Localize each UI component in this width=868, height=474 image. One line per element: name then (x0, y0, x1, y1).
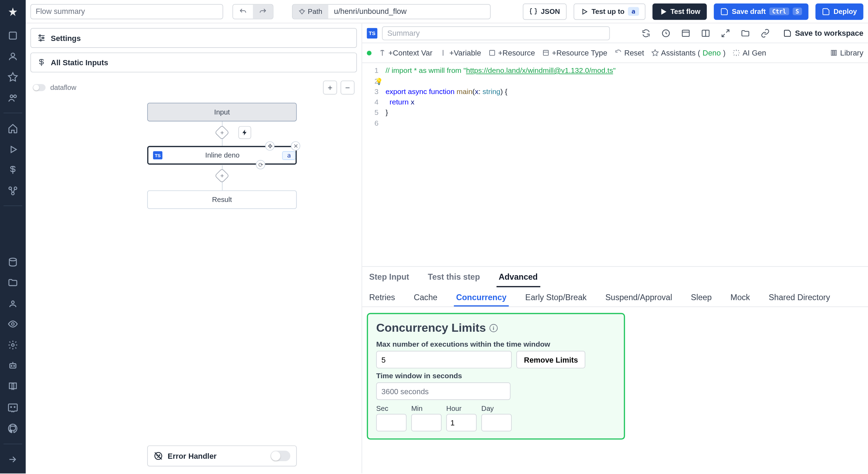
input-node[interactable]: Input (147, 103, 297, 121)
subtab-cache[interactable]: Cache (411, 289, 440, 306)
delete-step-button[interactable]: ✕ (291, 141, 300, 151)
sec-input[interactable] (376, 414, 406, 431)
all-static-inputs-card[interactable]: All Static Inputs (30, 52, 357, 72)
bot-icon[interactable] (3, 356, 22, 375)
play-icon[interactable] (3, 140, 22, 159)
variable-button[interactable]: +Variable (440, 49, 481, 57)
day-input[interactable] (481, 414, 511, 431)
subtab-shared-dir[interactable]: Shared Directory (766, 289, 832, 306)
cache-indicator-icon[interactable]: ⟳ (256, 160, 265, 169)
subtab-concurrency[interactable]: Concurrency (454, 289, 509, 306)
split-icon[interactable] (698, 26, 713, 40)
user-icon[interactable] (3, 47, 22, 66)
error-handler-toggle[interactable] (270, 451, 290, 461)
tab-step-input[interactable]: Step Input (367, 268, 412, 287)
svg-point-1 (11, 53, 15, 57)
max-exec-input[interactable] (376, 351, 511, 368)
call-icon[interactable] (718, 26, 733, 40)
flow-summary-input[interactable] (30, 4, 223, 19)
resource-button[interactable]: +Resource (488, 49, 535, 57)
max-exec-label: Max number of executions within the time… (376, 340, 616, 349)
svg-rect-26 (833, 50, 835, 56)
status-dot-icon (367, 51, 372, 55)
undo-button[interactable] (233, 5, 253, 18)
save-draft-button[interactable]: Save draftCtrlS (714, 3, 809, 19)
bolt-button[interactable] (238, 126, 251, 139)
path-chip[interactable]: Path u/henri/unbound_flow (292, 4, 491, 19)
dollar-icon[interactable] (3, 161, 22, 179)
move-handle-icon[interactable]: ✥ (265, 141, 275, 151)
ts-badge-icon: TS (153, 151, 162, 160)
path-label: Path (308, 7, 323, 16)
redo-button[interactable] (253, 5, 273, 18)
book-icon[interactable] (3, 377, 22, 396)
json-button[interactable]: JSON (523, 3, 567, 19)
context-var-button[interactable]: +Context Var (378, 49, 432, 57)
svg-point-2 (10, 95, 13, 98)
window-label: Time window in seconds (376, 372, 616, 380)
panel-icon[interactable] (678, 26, 693, 40)
zoom-in-button[interactable]: + (323, 81, 337, 94)
team-icon[interactable] (3, 294, 22, 313)
link-icon[interactable] (758, 26, 773, 40)
subtab-suspend[interactable]: Suspend/Approval (603, 289, 675, 306)
library-button[interactable]: Library (830, 49, 863, 57)
add-step-button-1[interactable]: + (215, 125, 229, 140)
hour-input[interactable] (446, 414, 476, 431)
assistants-button[interactable]: Assistants (Deno) (651, 49, 726, 57)
subtab-retries[interactable]: Retries (367, 289, 398, 306)
svg-point-8 (11, 301, 14, 304)
test-up-to-button[interactable]: Test up toa (574, 3, 645, 19)
svg-rect-27 (835, 50, 837, 56)
remove-limits-button[interactable]: Remove Limits (516, 351, 585, 368)
add-step-button-2[interactable]: + (215, 168, 229, 183)
svg-point-3 (14, 95, 17, 98)
flow-canvas-panel: Settings All Static Inputs dataflow + − … (26, 23, 362, 473)
settings-card[interactable]: Settings (30, 28, 357, 48)
resource-type-button[interactable]: +Resource Type (542, 49, 607, 57)
subtab-mock[interactable]: Mock (728, 289, 752, 306)
github-icon[interactable] (3, 419, 22, 438)
dataflow-toggle[interactable] (33, 84, 45, 91)
ai-gen-button[interactable]: AI Gen (733, 49, 766, 57)
svg-point-9 (11, 323, 14, 326)
code-content[interactable]: // import * as wmill from "https://deno.… (383, 63, 868, 266)
zoom-out-button[interactable]: − (341, 81, 354, 94)
subtab-sleep[interactable]: Sleep (688, 289, 714, 306)
dataflow-label: dataflow (50, 84, 76, 92)
tab-test-step[interactable]: Test this step (426, 268, 483, 287)
folder-icon-small[interactable] (738, 26, 753, 40)
save-to-workspace-button[interactable]: Save to workspace (783, 28, 863, 37)
step-tabs: Step Input Test this step Advanced (362, 266, 868, 287)
collapse-icon[interactable] (3, 450, 22, 469)
tab-advanced[interactable]: Advanced (496, 268, 540, 287)
topbar: Path u/henri/unbound_flow JSON Test up t… (26, 0, 868, 23)
subtab-early-stop[interactable]: Early Stop/Break (523, 289, 589, 306)
folder-icon[interactable] (3, 274, 22, 292)
database-icon[interactable] (3, 253, 22, 271)
code-editor[interactable]: 123456 // import * as wmill from "https:… (362, 63, 868, 266)
refresh-icon[interactable] (639, 26, 654, 40)
home-icon[interactable] (3, 119, 22, 138)
discord-icon[interactable] (3, 398, 22, 417)
step-summary-input[interactable] (382, 26, 610, 40)
test-flow-button[interactable]: Test flow (652, 3, 707, 19)
step-node[interactable]: TS Inline deno a ✥ ✕ ⟳ (147, 146, 297, 165)
svg-rect-24 (543, 50, 549, 56)
result-node[interactable]: Result (147, 190, 297, 209)
deploy-button[interactable]: Deploy (816, 3, 863, 19)
star-icon[interactable] (3, 68, 22, 86)
reset-button[interactable]: Reset (614, 49, 644, 57)
graph-icon[interactable] (3, 181, 22, 200)
history-icon[interactable] (658, 26, 674, 40)
users-icon[interactable] (3, 89, 22, 107)
error-handler-card[interactable]: Error Handler (147, 446, 297, 467)
min-input[interactable] (411, 414, 441, 431)
workspace-icon[interactable] (3, 27, 22, 45)
eye-icon[interactable] (3, 315, 22, 333)
gear-icon[interactable] (3, 336, 22, 354)
concurrency-panel: Concurrency Limitsi Max number of execut… (367, 313, 625, 440)
info-icon[interactable]: i (490, 324, 498, 332)
editor-header: TS Save to workspace (362, 23, 868, 43)
svg-rect-21 (682, 30, 689, 36)
